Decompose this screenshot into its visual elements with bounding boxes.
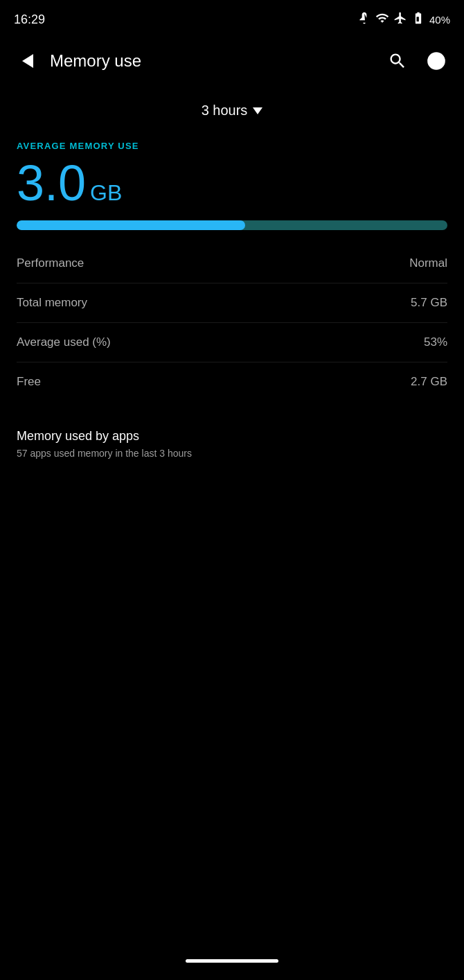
status-icons: 40% xyxy=(357,11,450,28)
stat-label-performance: Performance xyxy=(17,256,84,270)
memory-unit: GB xyxy=(90,180,122,206)
nav-handle xyxy=(186,959,278,963)
apps-section-subtitle: 57 apps used memory in the last 3 hours xyxy=(17,448,447,459)
back-icon xyxy=(22,54,33,68)
stats-section: Performance Normal Total memory 5.7 GB A… xyxy=(17,244,447,401)
stat-value-free: 2.7 GB xyxy=(411,375,447,389)
help-button[interactable] xyxy=(420,44,453,78)
average-memory-section-label: AVERAGE MEMORY USE xyxy=(17,141,447,151)
wifi-icon xyxy=(375,11,389,28)
stat-row-performance: Performance Normal xyxy=(17,244,447,283)
memory-value-row: 3.0 GB xyxy=(17,158,447,208)
time-period-label: 3 hours xyxy=(202,103,248,119)
stat-value-performance: Normal xyxy=(409,256,447,270)
search-button[interactable] xyxy=(381,44,414,78)
app-bar-actions xyxy=(381,44,453,78)
stat-label-total-memory: Total memory xyxy=(17,296,87,310)
back-button[interactable] xyxy=(11,44,44,78)
memory-number: 3.0 xyxy=(17,158,86,208)
mute-icon xyxy=(357,11,371,28)
apps-section-title: Memory used by apps xyxy=(17,429,447,444)
main-content: AVERAGE MEMORY USE 3.0 GB Performance No… xyxy=(0,130,464,475)
app-bar: Memory use xyxy=(0,36,464,86)
status-time: 16:29 xyxy=(14,12,45,27)
nav-bar xyxy=(0,947,464,980)
stat-label-average-used: Average used (%) xyxy=(17,335,111,349)
time-selector-row: 3 hours xyxy=(0,86,464,130)
stat-label-free: Free xyxy=(17,375,41,389)
stat-row-average-used: Average used (%) 53% xyxy=(17,323,447,362)
airplane-icon xyxy=(393,11,407,28)
stat-value-total-memory: 5.7 GB xyxy=(411,296,447,310)
battery-percentage: 40% xyxy=(429,14,450,26)
memory-progress-bar xyxy=(17,220,447,230)
dropdown-arrow-icon xyxy=(253,107,262,114)
stat-row-total-memory: Total memory 5.7 GB xyxy=(17,283,447,323)
status-bar: 16:29 40% xyxy=(0,0,464,36)
page-title: Memory use xyxy=(50,51,381,71)
stat-row-free: Free 2.7 GB xyxy=(17,362,447,401)
battery-icon xyxy=(411,11,425,28)
time-period-selector[interactable]: 3 hours xyxy=(202,103,263,119)
stat-value-average-used: 53% xyxy=(424,335,447,349)
apps-section[interactable]: Memory used by apps 57 apps used memory … xyxy=(17,418,447,464)
memory-progress-fill xyxy=(17,220,245,230)
